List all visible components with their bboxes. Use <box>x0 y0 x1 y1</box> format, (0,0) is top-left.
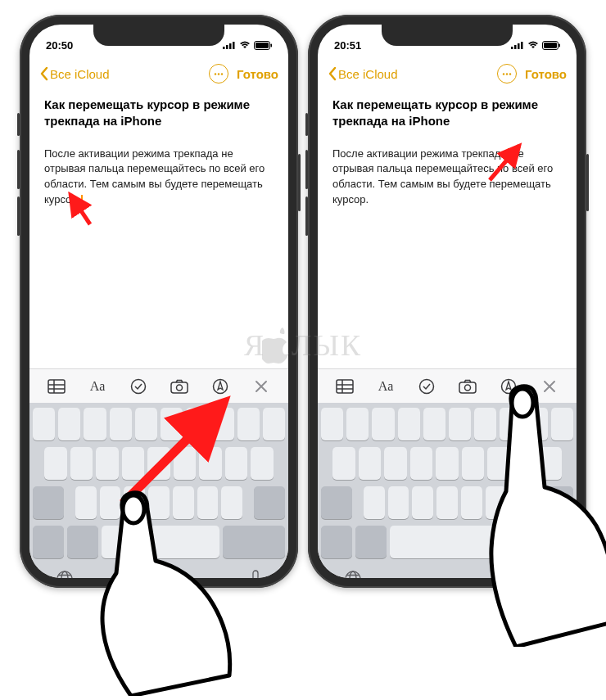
chevron-left-icon <box>328 66 337 81</box>
chevron-left-icon <box>39 66 48 81</box>
svg-rect-6 <box>256 43 269 48</box>
signal-icon <box>223 41 236 49</box>
back-button[interactable]: Все iCloud <box>39 66 110 81</box>
table-icon[interactable] <box>332 375 358 398</box>
close-icon[interactable] <box>536 375 563 398</box>
mic-icon[interactable] <box>537 570 550 578</box>
table-icon[interactable] <box>43 375 70 398</box>
svg-rect-16 <box>171 382 188 393</box>
svg-rect-29 <box>521 42 523 49</box>
text-cursor <box>81 195 83 206</box>
back-label: Все iCloud <box>338 67 398 81</box>
status-time: 20:50 <box>46 39 73 52</box>
svg-rect-0 <box>223 47 225 49</box>
more-button[interactable] <box>497 64 517 84</box>
status-time: 20:51 <box>334 39 361 52</box>
svg-rect-50 <box>541 571 546 578</box>
keyboard-trackpad[interactable] <box>318 403 577 578</box>
svg-rect-5 <box>271 43 273 47</box>
wifi-icon <box>239 41 251 49</box>
camera-icon[interactable] <box>454 375 481 398</box>
svg-point-43 <box>465 385 471 391</box>
close-icon[interactable] <box>248 375 274 398</box>
status-indicators <box>223 41 272 50</box>
svg-rect-32 <box>544 43 557 48</box>
wifi-icon <box>527 41 539 49</box>
note-content[interactable]: Как перемещать курсор в режиме трекпада … <box>29 90 288 368</box>
phone-left: 20:50 Все iCloud Готово <box>20 15 298 588</box>
markup-icon[interactable] <box>207 375 233 398</box>
svg-rect-42 <box>459 382 476 393</box>
notch <box>93 25 224 46</box>
svg-rect-1 <box>226 45 228 49</box>
markup-icon[interactable] <box>495 375 522 398</box>
svg-rect-28 <box>518 43 520 49</box>
globe-icon[interactable] <box>344 570 362 578</box>
checklist-icon[interactable] <box>414 375 440 398</box>
svg-rect-37 <box>337 380 353 393</box>
globe-icon[interactable] <box>56 570 74 578</box>
formatting-toolbar: Aa <box>29 368 288 403</box>
text-format-icon[interactable]: Aa <box>84 375 111 398</box>
back-label: Все iCloud <box>50 67 110 81</box>
svg-point-41 <box>420 379 434 393</box>
nav-bar: Все iCloud Готово <box>318 57 577 90</box>
svg-point-17 <box>177 385 183 391</box>
done-button[interactable]: Готово <box>525 67 567 81</box>
note-body: После активации режима трекпада не отрыв… <box>44 147 274 208</box>
svg-point-34 <box>506 73 508 75</box>
svg-rect-24 <box>253 571 258 578</box>
note-title: Как перемещать курсор в режиме трекпада … <box>44 97 274 130</box>
back-button[interactable]: Все iCloud <box>328 66 398 81</box>
note-body: После активации режима трекпада не отрыв… <box>332 147 562 208</box>
note-content[interactable]: Как перемещать курсор в режиме трекпада … <box>318 90 577 368</box>
note-title: Как перемещать курсор в режиме трекпада … <box>332 97 562 130</box>
battery-icon <box>542 41 560 50</box>
done-button[interactable]: Готово <box>237 67 278 81</box>
svg-point-7 <box>215 73 216 75</box>
notch <box>382 25 513 46</box>
svg-point-33 <box>503 73 504 75</box>
nav-bar: Все iCloud Готово <box>29 57 288 90</box>
svg-rect-11 <box>48 380 65 393</box>
svg-rect-26 <box>511 47 513 49</box>
battery-icon <box>254 41 272 50</box>
mic-icon[interactable] <box>249 570 262 578</box>
more-button[interactable] <box>209 64 228 84</box>
text-format-icon[interactable]: Aa <box>373 375 399 398</box>
formatting-toolbar: Aa <box>318 368 577 403</box>
svg-rect-2 <box>229 43 232 49</box>
svg-point-9 <box>221 73 223 75</box>
svg-rect-27 <box>514 45 517 49</box>
svg-point-15 <box>132 379 146 393</box>
signal-icon <box>511 41 524 49</box>
camera-icon[interactable] <box>166 375 192 398</box>
keyboard-trackpad[interactable] <box>29 403 288 578</box>
status-indicators <box>511 41 560 50</box>
checklist-icon[interactable] <box>125 375 152 398</box>
svg-rect-3 <box>233 42 235 49</box>
phone-right: 20:51 Все iCloud Готово <box>308 15 586 588</box>
svg-point-8 <box>218 73 219 75</box>
ellipsis-icon <box>214 73 224 75</box>
svg-point-35 <box>509 73 511 75</box>
ellipsis-icon <box>502 73 512 75</box>
svg-rect-31 <box>559 43 561 47</box>
